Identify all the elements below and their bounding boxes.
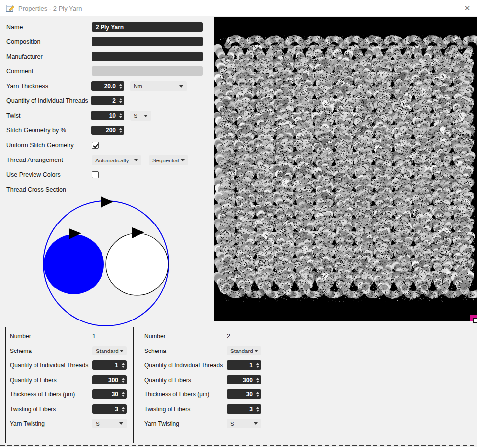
tof-spinner[interactable]: 30 xyxy=(92,389,127,399)
cross-section-label: Thread Cross Section xyxy=(6,185,66,194)
yarn-thickness-label: Yarn Thickness xyxy=(6,81,48,91)
yarn-twisting-dropdown[interactable]: S xyxy=(92,419,127,428)
spin-down-icon[interactable] xyxy=(122,381,125,383)
form-row-thread-arrangement: Thread Arrangement Automatically Sequent… xyxy=(0,155,214,165)
schema-label: Schema xyxy=(144,346,166,356)
spin-down-icon[interactable] xyxy=(119,116,122,118)
twf-label: Twisting of Fibers xyxy=(10,404,56,414)
qit-label: Quantity of Individual Threads xyxy=(10,360,88,370)
twist-direction-dropdown[interactable]: S xyxy=(130,111,151,121)
yarn-3d-preview[interactable] xyxy=(214,17,477,321)
thread-arrangement-label: Thread Arrangement xyxy=(6,155,63,165)
spin-up-icon[interactable] xyxy=(122,392,125,394)
tof-label: Thickness of Fibers (µm) xyxy=(144,389,209,399)
preview-colors-label: Use Preview Colors xyxy=(6,170,61,180)
twist-spinner[interactable]: 10 xyxy=(91,111,124,120)
form-row-comment: Comment xyxy=(0,66,214,76)
thread-panel-2: Number2 Schema Standard Quantity of Indi… xyxy=(140,327,268,443)
spin-up-icon[interactable] xyxy=(119,98,122,100)
spin-up-icon[interactable] xyxy=(122,378,125,380)
thread-order-dropdown[interactable]: Sequential xyxy=(149,155,188,165)
yarn-thickness-unit-dropdown[interactable]: Nm xyxy=(130,81,187,91)
twist-label: Twist xyxy=(6,111,20,121)
manufacturer-input[interactable] xyxy=(92,52,203,61)
quantity-threads-spinner[interactable]: 2 xyxy=(91,96,124,105)
spin-up-icon[interactable] xyxy=(256,378,259,380)
spin-up-icon[interactable] xyxy=(122,407,125,409)
yarn-twisting-dropdown[interactable]: S xyxy=(227,419,261,428)
form-row-uniform-stitch: Uniform Stitch Geometry xyxy=(0,140,214,150)
chevron-down-icon xyxy=(254,350,258,352)
schema-label: Schema xyxy=(10,346,32,356)
number-label: Number xyxy=(10,331,31,341)
quantity-threads-label: Quantity of Individual Threads xyxy=(6,96,88,106)
spin-up-icon[interactable] xyxy=(256,392,259,394)
form-row-stitch-geometry: Stitch Geometry by % 200 xyxy=(0,126,214,135)
yarn-thickness-spinner[interactable]: 20.0 xyxy=(91,81,124,91)
qof-spinner[interactable]: 300 xyxy=(92,375,127,384)
yt-label: Yarn Twisting xyxy=(144,419,179,429)
spin-down-icon[interactable] xyxy=(119,131,122,133)
spin-down-icon[interactable] xyxy=(256,410,259,412)
tof-spinner[interactable]: 30 xyxy=(227,389,261,399)
tof-label: Thickness of Fibers (µm) xyxy=(10,389,75,399)
close-icon[interactable]: ✕ xyxy=(461,2,474,14)
form-row-cross-section: Thread Cross Section xyxy=(0,185,214,194)
schema-dropdown[interactable]: Standard xyxy=(92,346,127,355)
spin-down-icon[interactable] xyxy=(256,395,259,397)
thread-1-circle[interactable] xyxy=(106,233,168,295)
spin-up-icon[interactable] xyxy=(119,84,122,86)
spin-up-icon[interactable] xyxy=(256,363,259,365)
form-row-name: Name 2 Ply Yarn xyxy=(0,22,214,32)
spin-down-icon[interactable] xyxy=(122,410,125,412)
thread-cross-section-diagram[interactable] xyxy=(37,195,180,336)
chevron-down-icon xyxy=(179,85,183,88)
title-bar: Properties - 2 Ply Yarn ✕ xyxy=(0,0,477,16)
spin-up-icon[interactable] xyxy=(256,407,259,409)
form-row-twist: Twist 10 S xyxy=(0,111,214,121)
name-input[interactable]: 2 Ply Yarn xyxy=(92,22,203,32)
form-row-preview-colors: Use Preview Colors xyxy=(0,170,214,180)
spin-up-icon[interactable] xyxy=(119,128,122,130)
yarn-preview-canvas[interactable] xyxy=(214,17,477,321)
form-row-quantity-threads: Quantity of Individual Threads 2 xyxy=(0,96,214,106)
composition-input[interactable] xyxy=(92,37,203,46)
schema-dropdown[interactable]: Standard xyxy=(227,346,261,355)
comment-label: Comment xyxy=(6,66,33,76)
window-bottom-edge xyxy=(0,445,477,446)
preview-colors-checkbox[interactable] xyxy=(92,171,99,178)
spin-up-icon[interactable] xyxy=(119,113,122,115)
chevron-down-icon xyxy=(144,115,148,117)
qof-spinner[interactable]: 300 xyxy=(227,375,261,384)
spin-down-icon[interactable] xyxy=(122,366,125,368)
uniform-stitch-label: Uniform Stitch Geometry xyxy=(6,140,74,150)
thread-arrangement-dropdown[interactable]: Automatically xyxy=(92,155,141,165)
number-label: Number xyxy=(144,331,166,341)
name-label: Name xyxy=(6,22,23,32)
spin-down-icon[interactable] xyxy=(119,101,122,103)
comment-input[interactable] xyxy=(92,66,203,76)
preview-resize-handle-icon[interactable] xyxy=(473,318,477,323)
composition-label: Composition xyxy=(6,37,40,47)
number-value: 2 xyxy=(227,331,230,341)
twf-spinner[interactable]: 3 xyxy=(92,404,127,414)
thread-2-circle[interactable] xyxy=(44,234,104,294)
qit-spinner[interactable]: 1 xyxy=(227,360,261,370)
twf-spinner[interactable]: 3 xyxy=(227,404,261,414)
stitch-geometry-spinner[interactable]: 200 xyxy=(91,126,124,135)
manufacturer-label: Manufacturer xyxy=(6,52,43,62)
spin-up-icon[interactable] xyxy=(122,363,125,365)
form-row-yarn-thickness: Yarn Thickness 20.0 Nm xyxy=(0,81,214,91)
spin-down-icon[interactable] xyxy=(119,87,122,89)
twf-label: Twisting of Fibers xyxy=(144,404,190,414)
spin-down-icon[interactable] xyxy=(256,381,259,383)
spin-down-icon[interactable] xyxy=(256,366,259,368)
chevron-down-icon xyxy=(254,422,258,425)
uniform-stitch-checkbox[interactable] xyxy=(92,142,99,149)
stitch-geometry-label: Stitch Geometry by % xyxy=(6,126,66,135)
chevron-down-icon xyxy=(134,159,138,161)
qit-spinner[interactable]: 1 xyxy=(92,360,127,370)
properties-icon xyxy=(6,4,15,15)
spin-down-icon[interactable] xyxy=(122,395,125,397)
properties-dialog: Properties - 2 Ply Yarn ✕ Name 2 Ply Yar… xyxy=(0,0,477,447)
